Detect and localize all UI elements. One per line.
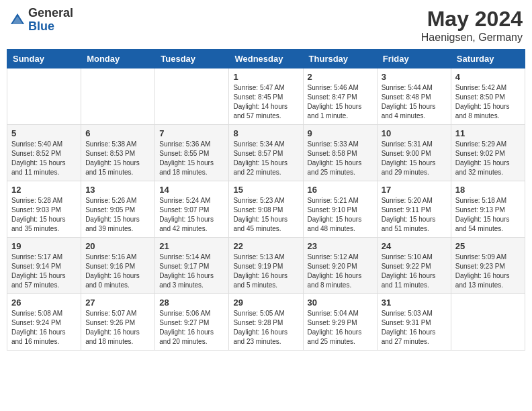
day-number: 27 [85, 298, 150, 308]
calendar-cell: 28Sunrise: 5:06 AMSunset: 9:27 PMDayligh… [155, 294, 229, 351]
calendar-body: 1Sunrise: 5:47 AMSunset: 8:45 PMDaylight… [7, 68, 525, 351]
weekday-header-saturday: Saturday [451, 50, 525, 68]
calendar-cell [7, 68, 81, 125]
day-number: 9 [308, 128, 373, 138]
day-info: Sunrise: 5:12 AMSunset: 9:20 PMDaylight:… [308, 253, 373, 290]
day-info: Sunrise: 5:18 AMSunset: 9:13 PMDaylight:… [455, 196, 521, 234]
calendar-cell [451, 294, 525, 351]
day-number: 30 [308, 298, 373, 308]
calendar-cell: 7Sunrise: 5:36 AMSunset: 8:55 PMDaylight… [155, 125, 229, 181]
day-info: Sunrise: 5:38 AMSunset: 8:53 PMDaylight:… [85, 140, 150, 177]
calendar-cell: 15Sunrise: 5:23 AMSunset: 9:08 PMDayligh… [229, 181, 303, 238]
day-number: 26 [11, 298, 77, 308]
day-info: Sunrise: 5:34 AMSunset: 8:57 PMDaylight:… [233, 140, 298, 177]
day-info: Sunrise: 5:44 AMSunset: 8:48 PMDaylight:… [382, 83, 447, 121]
logo-icon [9, 12, 26, 28]
weekday-header-wednesday: Wednesday [229, 50, 303, 68]
calendar-cell: 9Sunrise: 5:33 AMSunset: 8:58 PMDaylight… [303, 125, 377, 181]
calendar-cell: 2Sunrise: 5:46 AMSunset: 8:47 PMDaylight… [303, 68, 377, 125]
calendar-cell: 14Sunrise: 5:24 AMSunset: 9:07 PMDayligh… [155, 181, 229, 238]
day-number: 2 [308, 72, 373, 82]
day-number: 3 [382, 72, 447, 82]
day-number: 17 [382, 185, 447, 195]
day-info: Sunrise: 5:05 AMSunset: 9:28 PMDaylight:… [233, 309, 298, 347]
day-number: 4 [455, 72, 521, 82]
calendar-cell: 3Sunrise: 5:44 AMSunset: 8:48 PMDaylight… [377, 68, 451, 125]
weekday-header-row: SundayMondayTuesdayWednesdayThursdayFrid… [7, 50, 525, 68]
day-number: 19 [11, 241, 77, 251]
day-number: 25 [455, 241, 521, 251]
day-number: 21 [159, 241, 224, 251]
day-number: 7 [159, 128, 224, 138]
day-number: 18 [455, 185, 521, 195]
day-number: 11 [455, 128, 521, 138]
day-number: 23 [308, 241, 373, 251]
calendar-cell: 23Sunrise: 5:12 AMSunset: 9:20 PMDayligh… [303, 238, 377, 294]
day-number: 1 [233, 72, 298, 82]
calendar-cell [81, 68, 155, 125]
calendar-cell: 5Sunrise: 5:40 AMSunset: 8:52 PMDaylight… [7, 125, 81, 181]
title-block: May 2024 Haenigsen, Germany [421, 7, 523, 44]
day-number: 20 [85, 241, 150, 251]
weekday-header-monday: Monday [81, 50, 155, 68]
calendar-table: SundayMondayTuesdayWednesdayThursdayFrid… [7, 49, 525, 351]
calendar-cell: 31Sunrise: 5:03 AMSunset: 9:31 PMDayligh… [377, 294, 451, 351]
logo-text: General Blue [28, 7, 73, 34]
calendar-cell: 17Sunrise: 5:20 AMSunset: 9:11 PMDayligh… [377, 181, 451, 238]
day-info: Sunrise: 5:04 AMSunset: 9:29 PMDaylight:… [308, 309, 373, 347]
day-info: Sunrise: 5:17 AMSunset: 9:14 PMDaylight:… [11, 253, 77, 290]
calendar-cell: 22Sunrise: 5:13 AMSunset: 9:19 PMDayligh… [229, 238, 303, 294]
weekday-header-tuesday: Tuesday [155, 50, 229, 68]
day-info: Sunrise: 5:21 AMSunset: 9:10 PMDaylight:… [308, 196, 373, 234]
calendar-cell: 19Sunrise: 5:17 AMSunset: 9:14 PMDayligh… [7, 238, 81, 294]
day-info: Sunrise: 5:09 AMSunset: 9:23 PMDaylight:… [455, 253, 521, 290]
calendar-cell: 25Sunrise: 5:09 AMSunset: 9:23 PMDayligh… [451, 238, 525, 294]
calendar-cell: 27Sunrise: 5:07 AMSunset: 9:26 PMDayligh… [81, 294, 155, 351]
calendar-week-row: 12Sunrise: 5:28 AMSunset: 9:03 PMDayligh… [7, 181, 525, 238]
day-info: Sunrise: 5:08 AMSunset: 9:24 PMDaylight:… [11, 309, 77, 347]
calendar-cell: 30Sunrise: 5:04 AMSunset: 9:29 PMDayligh… [303, 294, 377, 351]
day-info: Sunrise: 5:28 AMSunset: 9:03 PMDaylight:… [11, 196, 77, 234]
day-info: Sunrise: 5:14 AMSunset: 9:17 PMDaylight:… [159, 253, 224, 290]
calendar-week-row: 1Sunrise: 5:47 AMSunset: 8:45 PMDaylight… [7, 68, 525, 125]
day-info: Sunrise: 5:23 AMSunset: 9:08 PMDaylight:… [233, 196, 298, 234]
day-info: Sunrise: 5:40 AMSunset: 8:52 PMDaylight:… [11, 140, 77, 177]
logo-general-text: General [28, 7, 73, 20]
calendar-week-row: 19Sunrise: 5:17 AMSunset: 9:14 PMDayligh… [7, 238, 525, 294]
calendar-cell: 21Sunrise: 5:14 AMSunset: 9:17 PMDayligh… [155, 238, 229, 294]
day-info: Sunrise: 5:29 AMSunset: 9:02 PMDaylight:… [455, 140, 521, 177]
day-info: Sunrise: 5:13 AMSunset: 9:19 PMDaylight:… [233, 253, 298, 290]
day-number: 12 [11, 185, 77, 195]
calendar-cell: 4Sunrise: 5:42 AMSunset: 8:50 PMDaylight… [451, 68, 525, 125]
calendar-cell: 20Sunrise: 5:16 AMSunset: 9:16 PMDayligh… [81, 238, 155, 294]
calendar-week-row: 26Sunrise: 5:08 AMSunset: 9:24 PMDayligh… [7, 294, 525, 351]
day-number: 6 [85, 128, 150, 138]
calendar-cell: 24Sunrise: 5:10 AMSunset: 9:22 PMDayligh… [377, 238, 451, 294]
calendar-location: Haenigsen, Germany [421, 32, 523, 44]
day-info: Sunrise: 5:36 AMSunset: 8:55 PMDaylight:… [159, 140, 224, 177]
calendar-week-row: 5Sunrise: 5:40 AMSunset: 8:52 PMDaylight… [7, 125, 525, 181]
calendar-header: SundayMondayTuesdayWednesdayThursdayFrid… [7, 50, 525, 68]
calendar-cell: 8Sunrise: 5:34 AMSunset: 8:57 PMDaylight… [229, 125, 303, 181]
day-number: 14 [159, 185, 224, 195]
weekday-header-sunday: Sunday [7, 50, 81, 68]
day-info: Sunrise: 5:33 AMSunset: 8:58 PMDaylight:… [308, 140, 373, 177]
calendar-cell: 12Sunrise: 5:28 AMSunset: 9:03 PMDayligh… [7, 181, 81, 238]
day-number: 28 [159, 298, 224, 308]
day-number: 5 [11, 128, 77, 138]
day-number: 29 [233, 298, 298, 308]
logo: General Blue [9, 7, 73, 34]
calendar-cell: 29Sunrise: 5:05 AMSunset: 9:28 PMDayligh… [229, 294, 303, 351]
day-info: Sunrise: 5:31 AMSunset: 9:00 PMDaylight:… [382, 140, 447, 177]
calendar-cell: 1Sunrise: 5:47 AMSunset: 8:45 PMDaylight… [229, 68, 303, 125]
day-number: 15 [233, 185, 298, 195]
calendar-title: May 2024 [421, 7, 523, 32]
day-number: 16 [308, 185, 373, 195]
calendar-cell: 10Sunrise: 5:31 AMSunset: 9:00 PMDayligh… [377, 125, 451, 181]
calendar-cell: 18Sunrise: 5:18 AMSunset: 9:13 PMDayligh… [451, 181, 525, 238]
calendar-cell: 26Sunrise: 5:08 AMSunset: 9:24 PMDayligh… [7, 294, 81, 351]
day-info: Sunrise: 5:42 AMSunset: 8:50 PMDaylight:… [455, 83, 521, 121]
logo-blue-text: Blue [28, 20, 73, 34]
day-number: 24 [382, 241, 447, 251]
day-info: Sunrise: 5:06 AMSunset: 9:27 PMDaylight:… [159, 309, 224, 347]
